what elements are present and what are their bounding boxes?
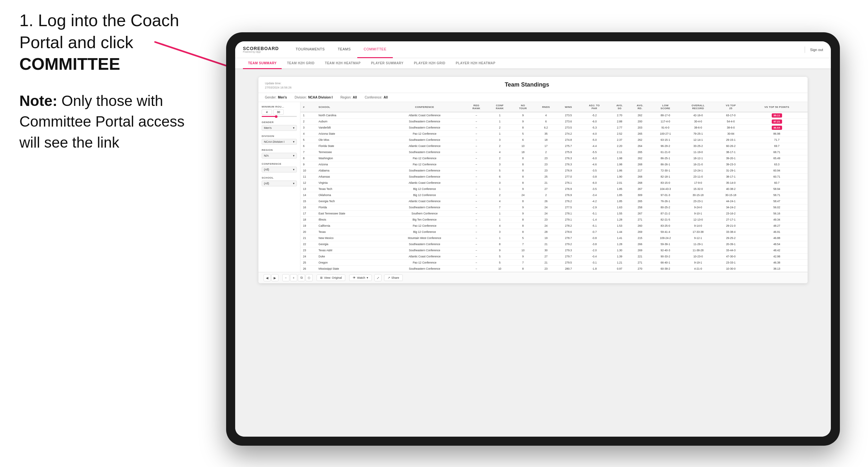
update-time-value: 27/03/2024 16:56:26 xyxy=(265,86,292,90)
cell-adj-score: -6.0 xyxy=(579,119,609,125)
watch-button[interactable]: 👁 Watch ▾ xyxy=(349,275,371,281)
view-original-button[interactable]: ⊞ View: Original xyxy=(317,275,345,281)
sub-tabs: TEAM SUMMARY TEAM H2H GRID TEAM H2H HEAT… xyxy=(235,58,831,69)
zoom-in-button[interactable]: + xyxy=(290,274,297,281)
cell-wins: 273.5 xyxy=(558,112,579,119)
cell-low-score: 61-21-0 xyxy=(650,149,681,155)
cell-wins: 276.9 xyxy=(558,186,579,192)
cell-points: 68.71 xyxy=(746,149,808,155)
cell-no-tour: 10 xyxy=(512,247,534,253)
cell-points: 48.27 xyxy=(746,223,808,229)
region-select[interactable]: N/A ▾ xyxy=(262,153,297,159)
prev-button[interactable]: ◀ xyxy=(264,274,271,281)
cell-avg-sg: 2.11 xyxy=(609,149,629,155)
cell-reg-rank: − xyxy=(465,143,488,149)
cell-rnds: 24 xyxy=(534,211,557,217)
region-select-value: N/A xyxy=(264,154,269,157)
cell-school: Illinois xyxy=(316,217,384,223)
col-low-score: LowScore xyxy=(650,102,681,112)
cell-vs25: 54-4-0 xyxy=(715,119,746,125)
sign-out-link[interactable]: Sign out xyxy=(810,48,823,52)
cell-overall: 79-25-1 xyxy=(681,131,715,137)
cell-points: 58.94 xyxy=(746,186,808,192)
cell-rank: 25 xyxy=(301,260,316,266)
cell-conference: Atlantic Coast Conference xyxy=(384,253,465,260)
cell-low-score: 96-29-2 xyxy=(650,143,681,149)
tab-team-h2h-heatmap[interactable]: TEAM H2H HEATMAP xyxy=(320,58,366,69)
cell-avg-sg: 2.20 xyxy=(609,143,629,149)
clock-button[interactable]: ⏲ xyxy=(306,274,313,281)
min-rounds-input[interactable] xyxy=(262,110,272,115)
cell-reg-rank: − xyxy=(465,180,488,186)
cell-avg-sg: 1.98 xyxy=(609,161,629,167)
cell-reg-rank: − xyxy=(465,266,488,272)
cell-adj-score: -3.8 xyxy=(579,174,609,180)
cell-wins: 278.2 xyxy=(558,223,579,229)
cell-school: North Carolina xyxy=(316,112,384,119)
nav-teams[interactable]: TEAMS xyxy=(331,41,357,58)
tab-player-h2h-grid[interactable]: PLAYER H2H GRID xyxy=(409,58,451,69)
nav-tournaments[interactable]: TOURNAMENTS xyxy=(289,41,331,58)
cell-no-tour: 8 xyxy=(512,155,534,161)
cell-conf-rank: 10 xyxy=(488,266,512,272)
cell-no-tour: 8 xyxy=(512,217,534,223)
cell-reg-rank: − xyxy=(465,229,488,235)
conference-label: Conference: xyxy=(365,96,382,99)
cell-rnds: 2 xyxy=(534,192,557,198)
cell-low-score: 91-6-0 xyxy=(650,125,681,131)
cell-overall: 11-19-0 xyxy=(681,149,715,155)
tab-team-h2h-grid[interactable]: TEAM H2H GRID xyxy=(282,58,319,69)
table-row: 25 Oregon Pac-12 Conference − 5 7 21 279… xyxy=(301,260,808,266)
watch-label: Watch xyxy=(357,276,365,279)
cell-overall: 23-23-1 xyxy=(681,198,715,205)
cell-avg-rd: 271 xyxy=(630,260,650,266)
cell-rank: 26 xyxy=(301,266,316,272)
zoom-out-button[interactable]: − xyxy=(282,274,289,281)
cell-adj-score: -5.5 xyxy=(579,149,609,155)
cell-vs25: 29-25-2 xyxy=(715,235,746,241)
share-button[interactable]: ↗ Share xyxy=(384,275,403,281)
next-button[interactable]: ▶ xyxy=(271,274,278,281)
cell-avg-rd: 200 xyxy=(630,119,650,125)
scoreboard-logo: SCOREBOARD Powered by clippi xyxy=(243,46,279,53)
copy-button[interactable]: ⧉ xyxy=(298,274,305,281)
cell-wins: 276.1 xyxy=(558,180,579,186)
conference-select[interactable]: (All) ▾ xyxy=(262,167,297,173)
table-row: 7 Tennessee Southeastern Conference − 4 … xyxy=(301,149,808,155)
expand-button[interactable]: ⤢ xyxy=(374,274,381,281)
cell-reg-rank: − xyxy=(465,174,488,180)
cell-conference: Pac-12 Conference xyxy=(384,161,465,167)
tab-player-summary[interactable]: PLAYER SUMMARY xyxy=(366,58,409,69)
school-select[interactable]: (All) ▾ xyxy=(262,181,297,186)
table-row: 18 Illinois Big Ten Conference − 1 8 23 … xyxy=(301,217,808,223)
max-rounds-input[interactable] xyxy=(273,110,284,115)
cell-avg-sg: 1.85 xyxy=(609,192,629,198)
cell-low-score: 117-4-0 xyxy=(650,119,681,125)
cell-conf-rank: 2 xyxy=(488,143,512,149)
division-select[interactable]: NCAA Division I ▾ xyxy=(262,139,297,145)
cell-reg-rank: − xyxy=(465,161,488,167)
table-row: 19 California Pac-12 Conference − 4 8 24… xyxy=(301,223,808,229)
cell-rnds: 6 xyxy=(534,119,557,125)
cell-conf-rank: 9 xyxy=(488,247,512,253)
cell-rank: 12 xyxy=(301,180,316,186)
cell-avg-rd: 266 xyxy=(630,241,650,247)
cell-conf-rank: 1 xyxy=(488,131,512,137)
gender-select[interactable]: Men's ▾ xyxy=(262,125,297,131)
cell-wins: 278.7 xyxy=(558,235,579,241)
cell-avg-sg: 2.01 xyxy=(609,180,629,186)
nav-committee[interactable]: COMMITTEE xyxy=(357,41,393,58)
cell-reg-rank: − xyxy=(465,235,488,241)
tab-team-summary[interactable]: TEAM SUMMARY xyxy=(243,58,282,69)
rounds-slider[interactable] xyxy=(262,116,297,117)
tab-player-h2h-heatmap[interactable]: PLAYER H2H HEATMAP xyxy=(451,58,501,69)
cell-adj-score: -3.4 xyxy=(579,192,609,198)
cell-rank: 22 xyxy=(301,241,316,247)
cell-school: Georgia xyxy=(316,241,384,247)
division-label: Division: xyxy=(294,96,307,99)
report-content-area: Minimum Rou... Gender xyxy=(258,102,808,272)
cell-reg-rank: − xyxy=(465,211,488,217)
cell-school: Auburn xyxy=(316,119,384,125)
cell-points: 48.54 xyxy=(746,241,808,247)
cell-overall: 38-6-0 xyxy=(681,125,715,131)
